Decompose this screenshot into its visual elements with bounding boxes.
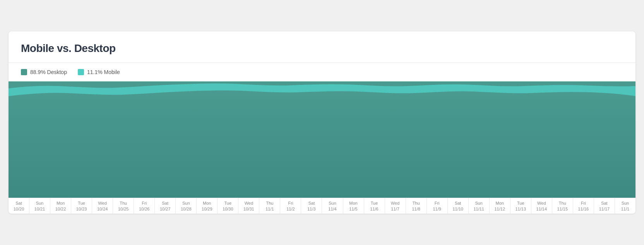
card-header: Mobile vs. Desktop <box>9 31 635 62</box>
legend-desktop: 88.9% Desktop <box>21 69 67 75</box>
x-axis-item: Mon 10/29 <box>197 198 218 214</box>
x-axis-day: Thu <box>113 200 134 206</box>
x-axis-date: 11/3 <box>301 206 322 212</box>
x-axis-day: Wed <box>238 200 259 206</box>
x-axis-day: Thu <box>552 200 573 206</box>
x-axis-day: Mon <box>197 200 217 206</box>
x-axis-date: 11/1 <box>259 206 280 212</box>
x-axis-date: 10/20 <box>9 206 29 212</box>
x-axis-item: Wed 10/24 <box>92 198 113 214</box>
card-title: Mobile vs. Desktop <box>21 42 623 55</box>
x-axis-item: Tue 10/30 <box>218 198 238 214</box>
mobile-label: 11.1% Mobile <box>87 69 120 75</box>
x-axis-item: Thu 11/1 <box>259 198 280 214</box>
x-axis-day: Sat <box>448 200 468 206</box>
x-axis-date: 10/31 <box>238 206 259 212</box>
desktop-area <box>9 90 635 198</box>
x-axis-item: Wed 11/14 <box>531 198 552 214</box>
x-axis-date: 10/21 <box>29 206 50 212</box>
x-axis-day: Mon <box>50 200 71 206</box>
chart-area <box>9 81 635 198</box>
x-axis-day: Sun <box>29 200 50 206</box>
x-axis-item: Sat 11/3 <box>301 198 322 214</box>
x-axis-day: Sat <box>594 200 615 206</box>
x-axis-date: 10/30 <box>218 206 238 212</box>
x-axis-item: Fri 10/26 <box>134 198 155 214</box>
x-axis-day: Tue <box>510 200 531 206</box>
x-axis-date: 11/4 <box>322 206 343 212</box>
x-axis-item: Thu 11/8 <box>406 198 427 214</box>
x-axis-item: Mon 11/12 <box>490 198 510 214</box>
x-axis-date: 10/28 <box>176 206 196 212</box>
x-axis-day: Wed <box>531 200 552 206</box>
x-axis-date: 10/26 <box>134 206 154 212</box>
x-axis-item: Sun 11/11 <box>469 198 490 214</box>
x-axis-item: Wed 10/31 <box>238 198 259 214</box>
x-axis-day: Sat <box>9 200 29 206</box>
x-axis-item: Thu 10/25 <box>113 198 134 214</box>
x-axis-item: Fri 11/9 <box>427 198 448 214</box>
x-axis-date: 10/29 <box>197 206 217 212</box>
x-axis-day: Sun <box>322 200 343 206</box>
x-axis-day: Wed <box>385 200 406 206</box>
x-axis-day: Tue <box>71 200 92 206</box>
x-axis-item: Sat 11/17 <box>594 198 615 214</box>
x-axis-date: 10/23 <box>71 206 92 212</box>
x-axis-day: Fri <box>134 200 154 206</box>
x-axis-date: 10/24 <box>92 206 113 212</box>
x-axis-item: Tue 11/6 <box>364 198 385 214</box>
x-axis-date: 10/22 <box>50 206 71 212</box>
x-axis-day: Tue <box>218 200 238 206</box>
x-axis-day: Sat <box>301 200 322 206</box>
x-axis-item: Sun 11/4 <box>322 198 343 214</box>
x-axis-item: Tue 10/23 <box>71 198 92 214</box>
x-axis-day: Sat <box>155 200 175 206</box>
x-axis-item: Fri 11/16 <box>573 198 594 214</box>
x-axis-date: 11/8 <box>406 206 426 212</box>
x-axis-item: Sun 11/1 <box>615 198 635 214</box>
x-axis-item: Mon 11/5 <box>343 198 364 214</box>
x-axis-day: Fri <box>427 200 447 206</box>
x-axis-day: Thu <box>259 200 280 206</box>
x-axis-day: Sun <box>469 200 489 206</box>
x-axis-date: 11/2 <box>280 206 301 212</box>
x-axis-date: 10/27 <box>155 206 175 212</box>
x-axis-date: 11/9 <box>427 206 447 212</box>
x-axis-item: Tue 11/13 <box>510 198 531 214</box>
x-axis-date: 11/12 <box>490 206 510 212</box>
x-axis-date: 11/7 <box>385 206 406 212</box>
x-axis-date: 11/6 <box>364 206 385 212</box>
x-axis-item: Sat 10/20 <box>9 198 29 214</box>
x-axis-item: Fri 11/2 <box>280 198 301 214</box>
x-axis-date: 11/10 <box>448 206 468 212</box>
desktop-label: 88.9% Desktop <box>30 69 67 75</box>
x-axis-day: Sun <box>615 200 635 206</box>
legend-mobile: 11.1% Mobile <box>78 69 120 75</box>
mobile-swatch <box>78 69 84 75</box>
chart-card: Mobile vs. Desktop 88.9% Desktop 11.1% M… <box>9 31 635 214</box>
legend: 88.9% Desktop 11.1% Mobile <box>9 63 635 81</box>
x-axis-date: 11/17 <box>594 206 615 212</box>
x-axis-item: Sat 11/10 <box>448 198 469 214</box>
x-axis: Sat 10/20 Sun 10/21 Mon 10/22 Tue 10/23 … <box>9 198 635 214</box>
x-axis-date: 10/25 <box>113 206 134 212</box>
desktop-swatch <box>21 69 27 75</box>
x-axis-item: Sun 10/21 <box>29 198 50 214</box>
x-axis-day: Mon <box>343 200 364 206</box>
x-axis-date: 11/16 <box>573 206 594 212</box>
x-axis-day: Fri <box>573 200 594 206</box>
x-axis-day: Fri <box>280 200 301 206</box>
x-axis-day: Thu <box>406 200 426 206</box>
x-axis-item: Sun 10/28 <box>176 198 197 214</box>
x-axis-day: Wed <box>92 200 113 206</box>
x-axis-date: 11/13 <box>510 206 531 212</box>
x-axis-date: 11/15 <box>552 206 573 212</box>
x-axis-date: 11/14 <box>531 206 552 212</box>
x-axis-item: Sat 10/27 <box>155 198 176 214</box>
x-axis-day: Sun <box>176 200 196 206</box>
x-axis-date: 11/1 <box>615 206 635 212</box>
x-axis-item: Wed 11/7 <box>385 198 406 214</box>
x-axis-day: Tue <box>364 200 385 206</box>
x-axis-day: Mon <box>490 200 510 206</box>
x-axis-item: Thu 11/15 <box>552 198 573 214</box>
